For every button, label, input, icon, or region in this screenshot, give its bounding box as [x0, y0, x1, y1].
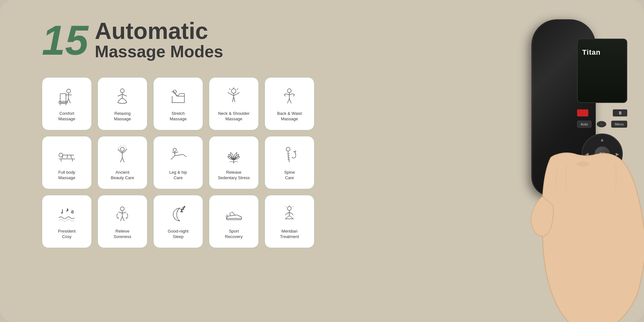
person-lying-icon [56, 145, 78, 167]
svg-point-0 [67, 89, 70, 93]
person-recline-icon [167, 86, 190, 108]
svg-line-46 [122, 158, 124, 162]
svg-line-11 [118, 94, 122, 96]
svg-line-25 [234, 97, 235, 102]
mode-release-sedentary[interactable]: ReleaseSedentary Stress [209, 136, 259, 189]
svg-line-14 [177, 94, 180, 96]
mode-sport-recovery[interactable]: SportRecovery [209, 195, 259, 248]
svg-line-36 [62, 155, 63, 158]
remote-container: Titan ⏸ Auto ○ Menu ▲ [493, 10, 644, 315]
svg-line-4 [69, 99, 70, 103]
svg-line-29 [293, 95, 294, 96]
zero-button[interactable]: ○ [597, 121, 606, 127]
mode-good-night[interactable]: Z z z Good-nightSleep [153, 195, 203, 248]
header-line2: Massage Modes [95, 42, 223, 61]
svg-point-9 [120, 89, 124, 93]
person-leg-stretch-icon [167, 145, 190, 167]
svg-text:♩: ♩ [61, 209, 63, 214]
back-waist-label: Back & WaistMassage [277, 111, 302, 122]
mode-full-body[interactable]: Full bodyMassage [42, 136, 92, 189]
number-display: 15 [42, 19, 89, 61]
svg-point-55 [286, 147, 290, 151]
svg-line-3 [67, 99, 69, 103]
svg-text:♫: ♫ [70, 209, 74, 214]
hand-svg [493, 132, 644, 322]
svg-point-40 [120, 147, 124, 151]
mode-stretch-massage[interactable]: StretchMassage [153, 77, 203, 130]
svg-line-60 [293, 151, 294, 152]
mode-meridian-treatment[interactable]: MeridianTreatment [265, 195, 314, 248]
person-spine-icon [278, 145, 301, 167]
mode-relieve-soreness[interactable]: RelieveSoreness [98, 195, 147, 248]
svg-line-23 [237, 88, 238, 90]
leg-hip-label: Leg & hipCare [169, 170, 187, 181]
relaxing-massage-label: RelaxingMassage [114, 111, 131, 122]
svg-line-24 [232, 97, 234, 102]
svg-line-12 [122, 94, 127, 96]
header-text: Automatic Massage Modes [95, 19, 223, 61]
remote-button-row2: Auto ○ Menu [577, 121, 627, 128]
remote-button-row1: ⏸ [577, 109, 627, 116]
mode-neck-shoulder[interactable]: Neck & ShoulderMassage [209, 77, 259, 130]
person-chair-icon [56, 86, 78, 108]
auto-button[interactable]: Auto [577, 121, 592, 128]
svg-line-34 [67, 155, 68, 158]
mode-comfort-massage[interactable]: ComfortMassage [42, 77, 92, 130]
svg-line-51 [183, 154, 186, 157]
meridian-treatment-label: MeridianTreatment [280, 229, 299, 240]
person-lotus-icon [111, 86, 134, 108]
comfort-massage-label: ComfortMassage [58, 111, 75, 122]
mode-relaxing-massage[interactable]: RelaxingMassage [98, 77, 147, 130]
person-arms-up-icon [111, 145, 134, 167]
svg-line-49 [171, 156, 175, 160]
svg-text:z: z [184, 205, 185, 208]
person-neck-icon [223, 86, 245, 108]
relieve-soreness-label: RelieveSoreness [114, 229, 131, 240]
mode-ancient-beauty[interactable]: AncientBeauty Care [98, 136, 147, 189]
svg-point-26 [287, 89, 291, 93]
power-button[interactable] [577, 109, 588, 116]
svg-point-78 [287, 207, 291, 210]
running-shoe-icon [223, 204, 245, 226]
mode-spine-care[interactable]: SpineCare [265, 136, 314, 189]
svg-line-31 [289, 99, 291, 103]
header: 15 Automatic Massage Modes [42, 19, 374, 61]
good-night-label: Good-nightSleep [168, 229, 188, 240]
lotus-flower-icon [223, 145, 245, 167]
stretch-massage-label: StretchMassage [170, 111, 187, 122]
left-content: 15 Automatic Massage Modes [0, 0, 393, 261]
person-stretch-arms-icon [278, 86, 301, 108]
mode-president-cosy[interactable]: ♩ ♪ ♫ PresidentCosy [42, 195, 92, 248]
svg-point-47 [173, 148, 176, 152]
menu-button[interactable]: Menu [611, 121, 627, 128]
remote-brand-label: Titan [582, 48, 601, 57]
svg-line-71 [122, 216, 124, 221]
svg-point-32 [59, 153, 63, 157]
svg-line-52 [172, 152, 175, 153]
svg-line-53 [175, 152, 178, 153]
sport-recovery-label: SportRecovery [225, 229, 243, 240]
header-line1: Automatic [95, 19, 223, 42]
svg-line-68 [118, 212, 122, 213]
svg-line-28 [284, 95, 285, 96]
president-cosy-label: PresidentCosy [58, 229, 76, 240]
person-circle-icon [111, 204, 134, 226]
page-container: 15 Automatic Massage Modes [0, 0, 644, 322]
svg-point-66 [120, 207, 124, 211]
svg-line-69 [122, 212, 126, 213]
ancient-beauty-label: AncientBeauty Care [111, 170, 134, 181]
svg-point-79 [576, 161, 589, 167]
music-wave-icon: ♩ ♪ ♫ [56, 204, 78, 226]
neck-shoulder-label: Neck & ShoulderMassage [218, 111, 250, 122]
svg-line-45 [120, 158, 122, 162]
mode-leg-hip[interactable]: Leg & hipCare [153, 136, 203, 189]
pause-button[interactable]: ⏸ [613, 109, 627, 116]
person-meditate-icon [278, 204, 301, 226]
svg-point-19 [231, 89, 236, 93]
modes-grid: ComfortMassage [42, 77, 374, 248]
moon-zzz-icon: Z z z [167, 204, 190, 226]
right-content: Titan ⏸ Auto ○ Menu ▲ [393, 0, 644, 322]
full-body-label: Full bodyMassage [58, 170, 75, 181]
svg-line-30 [287, 99, 289, 103]
mode-back-waist[interactable]: Back & WaistMassage [265, 77, 314, 130]
